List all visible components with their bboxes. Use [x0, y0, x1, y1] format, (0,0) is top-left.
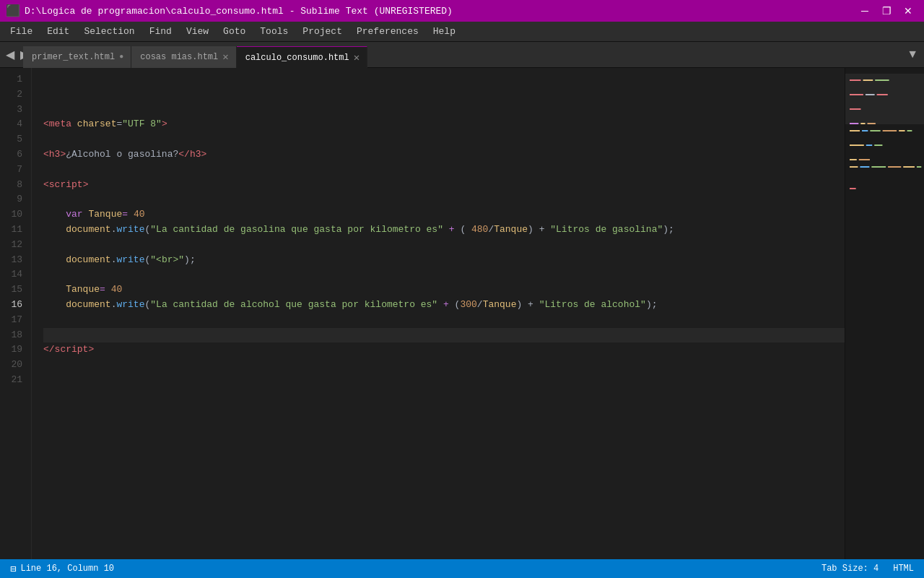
title-bar-controls[interactable]: ─ ❐ ✕: [855, 4, 918, 18]
menu-item-file[interactable]: File: [3, 23, 40, 40]
minimize-button[interactable]: ─: [855, 4, 875, 18]
code-line-12[interactable]: [43, 267, 845, 282]
menu-item-help[interactable]: Help: [426, 23, 463, 40]
status-bar: ⊟ Line 16, Column 10 Tab Size: 4 HTML: [0, 559, 924, 578]
code-line-11[interactable]: document.write("<br>");: [43, 253, 845, 268]
code-line-18[interactable]: [43, 358, 845, 373]
menu-bar: FileEditSelectionFindViewGotoToolsProjec…: [0, 22, 924, 42]
code-line-21[interactable]: [43, 403, 845, 418]
minimap-viewport: [845, 74, 924, 124]
line-number-7: 7: [4, 163, 22, 178]
git-icon: ⊟: [10, 563, 16, 575]
tab-dot[interactable]: ●: [119, 53, 123, 61]
line-number-8: 8: [4, 178, 22, 193]
close-button[interactable]: ✕: [898, 4, 918, 18]
tab-label: cosas mias.html: [140, 52, 218, 62]
tab-close-cosas[interactable]: ✕: [222, 52, 228, 62]
tab-size-label[interactable]: Tab Size: 4: [821, 564, 879, 574]
line-number-16: 16: [4, 298, 22, 313]
code-line-5[interactable]: [43, 163, 845, 178]
code-line-6[interactable]: <script>: [43, 178, 845, 193]
line-number-1: 1: [4, 72, 22, 87]
tab-prev-button[interactable]: ◀: [3, 46, 17, 63]
app-icon: ⬛: [6, 4, 20, 18]
code-line-8[interactable]: var Tanque= 40: [43, 207, 845, 223]
tab-calculo-consumo[interactable]: calculo_consumo.html ✕: [237, 46, 367, 68]
code-line-13[interactable]: Tanque= 40: [43, 282, 845, 298]
line-number-13: 13: [4, 253, 22, 268]
line-number-11: 11: [4, 223, 22, 238]
maximize-button[interactable]: ❐: [876, 4, 897, 18]
minimap: [845, 68, 924, 559]
title-bar: ⬛ D:\Logica de programacion\calculo_cons…: [0, 0, 924, 22]
code-line-4[interactable]: <h3>¿Alcohol o gasolina?</h3>: [43, 147, 845, 163]
menu-item-view[interactable]: View: [179, 23, 216, 40]
line-number-5: 5: [4, 132, 22, 147]
code-line-15[interactable]: [43, 313, 845, 328]
line-number-17: 17: [4, 313, 22, 328]
tab-bar: ◀ ▶ primer_text.html ● cosas mias.html ✕…: [0, 42, 924, 68]
line-number-4: 4: [4, 117, 22, 132]
menu-item-project[interactable]: Project: [295, 23, 349, 40]
code-line-10[interactable]: [43, 238, 845, 253]
code-line-16[interactable]: [43, 328, 845, 343]
line-number-19: 19: [4, 342, 22, 358]
code-line-3[interactable]: [43, 132, 845, 147]
code-line-7[interactable]: [43, 192, 845, 207]
line-number-15: 15: [4, 282, 22, 298]
code-line-19[interactable]: [43, 373, 845, 388]
menu-item-tools[interactable]: Tools: [253, 23, 295, 40]
code-line-2[interactable]: <meta charset="UTF 8">: [43, 117, 845, 132]
code-line-20[interactable]: [43, 388, 845, 403]
code-line-9[interactable]: document.write("La cantidad de gasolina …: [43, 223, 845, 238]
menu-item-preferences[interactable]: Preferences: [349, 23, 426, 40]
menu-item-selection[interactable]: Selection: [77, 23, 141, 40]
syntax-label[interactable]: HTML: [893, 564, 914, 574]
menu-item-find[interactable]: Find: [142, 23, 179, 40]
tab-cosas-mias[interactable]: cosas mias.html ✕: [131, 46, 236, 68]
line-number-6: 6: [4, 147, 22, 163]
code-line-1[interactable]: [43, 103, 845, 118]
status-left: ⊟ Line 16, Column 10: [10, 563, 114, 575]
line-numbers: 123456789101112131415161718192021: [0, 68, 32, 559]
line-number-12: 12: [4, 238, 22, 253]
menu-item-goto[interactable]: Goto: [216, 23, 253, 40]
code-line-17[interactable]: </script>: [43, 342, 845, 358]
line-number-9: 9: [4, 192, 22, 207]
status-right: Tab Size: 4 HTML: [821, 564, 914, 574]
line-number-10: 10: [4, 207, 22, 223]
tab-label: calculo_consumo.html: [245, 53, 349, 63]
code-area[interactable]: <meta charset="UTF 8"><h3>¿Alcohol o gas…: [32, 68, 845, 559]
tab-close-calculo[interactable]: ✕: [354, 53, 359, 63]
line-number-21: 21: [4, 373, 22, 388]
line-number-3: 3: [4, 103, 22, 118]
tab-overflow-button[interactable]: ▼: [907, 48, 918, 61]
line-number-14: 14: [4, 267, 22, 282]
line-number-2: 2: [4, 87, 22, 103]
editor-container: 123456789101112131415161718192021 <meta …: [0, 68, 924, 559]
tab-label: primer_text.html: [32, 52, 115, 62]
tab-primer-text[interactable]: primer_text.html ●: [23, 46, 131, 68]
tab-overflow[interactable]: ▼: [907, 41, 924, 67]
menu-item-edit[interactable]: Edit: [40, 23, 77, 40]
title-bar-title: ⬛ D:\Logica de programacion\calculo_cons…: [6, 4, 453, 18]
line-number-20: 20: [4, 358, 22, 373]
line-number-18: 18: [4, 328, 22, 343]
status-position[interactable]: Line 16, Column 10: [20, 564, 114, 574]
code-line-14[interactable]: document.write("La cantidad de alcohol q…: [43, 298, 845, 313]
